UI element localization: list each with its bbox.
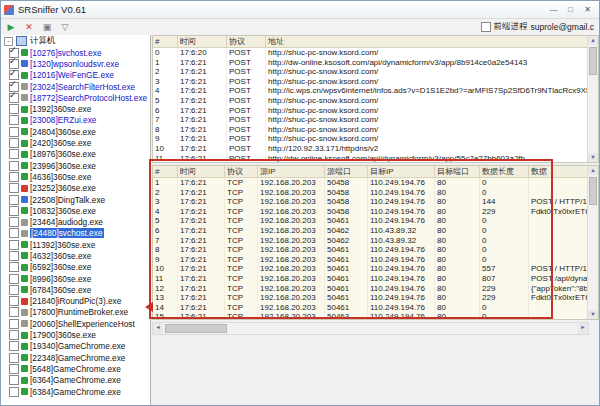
table-row[interactable]: 417:6:21TCP192.168.20.20350458110.249.19… <box>153 207 588 217</box>
close-button[interactable]: ✕ <box>579 3 596 16</box>
column-header[interactable]: 时间 <box>178 166 225 177</box>
process-checkbox[interactable] <box>9 240 19 250</box>
clear-button[interactable]: ✕ <box>21 20 37 34</box>
process-checkbox[interactable] <box>9 70 19 80</box>
tree-item[interactable]: [18976]360se.exe <box>1 149 150 160</box>
tree-item[interactable]: [23024]SearchFilterHost.exe <box>1 81 150 92</box>
tree-item[interactable]: [18772]SearchProtocolHost.exe <box>1 92 150 103</box>
table-row[interactable]: 1017:6:21POSThttp://120.92.33.171/httpdn… <box>153 144 588 154</box>
tree-item[interactable]: [6364]GameChrome.exe <box>1 375 150 386</box>
table-row[interactable]: 217:6:21TCP192.168.20.20350458110.249.19… <box>153 188 588 198</box>
table-row[interactable]: 1017:6:21TCP192.168.20.20350461110.249.1… <box>153 264 588 274</box>
scroll-thumb[interactable] <box>589 177 597 205</box>
table-row[interactable]: 1517:6:21TCP192.168.20.20350463110.249.1… <box>153 312 588 319</box>
table-row[interactable]: 117:6:21POSThttp://dw-online.ksosoft.com… <box>153 58 588 68</box>
save-button[interactable]: ▣ <box>39 20 55 34</box>
packet-table-scrollbar[interactable]: ▲ ▼ <box>587 166 598 319</box>
table-row[interactable]: 1117:6:21TCP192.168.20.20350461110.249.1… <box>153 274 588 284</box>
tree-item[interactable]: [1392]360se.exe <box>1 103 150 114</box>
process-checkbox[interactable] <box>9 104 19 114</box>
expander-icon[interactable]: - <box>4 37 13 46</box>
process-checkbox[interactable] <box>9 127 19 137</box>
scroll-left-icon[interactable]: ◄ <box>153 323 163 334</box>
column-header[interactable]: 源端口 <box>325 166 368 177</box>
process-checkbox[interactable] <box>9 307 19 317</box>
table-row[interactable]: 917:6:21TCP192.168.20.20350461110.249.19… <box>153 255 588 265</box>
process-checkbox[interactable] <box>9 375 19 385</box>
process-checkbox[interactable] <box>9 115 19 125</box>
column-header[interactable]: 地址 <box>266 36 588 47</box>
table-row[interactable]: 017:6:20POSThttp://shuc-pc-snow.ksord.co… <box>153 48 588 58</box>
scroll-thumb[interactable] <box>165 324 227 333</box>
table-row[interactable]: 217:6:21POSThttp://shuc-pc-snow.ksord.co… <box>153 67 588 77</box>
scroll-thumb[interactable] <box>589 47 597 75</box>
table-row[interactable]: 117:6:21TCP192.168.20.20350458110.249.19… <box>153 178 588 188</box>
tree-item[interactable]: [10832]360se.exe <box>1 205 150 216</box>
scroll-down-icon[interactable]: ▼ <box>588 310 598 319</box>
process-checkbox[interactable] <box>9 82 19 92</box>
tree-item[interactable]: [6784]360se.exe <box>1 284 150 295</box>
tree-item[interactable]: [10276]svchost.exe <box>1 47 150 58</box>
column-header[interactable]: 数据 <box>529 166 588 177</box>
column-header[interactable]: 协议 <box>227 36 266 47</box>
tree-item[interactable]: [8996]360se.exe <box>1 273 150 284</box>
tree-item[interactable]: [1320]wpsonloudsvr.exe <box>1 58 150 69</box>
request-table-scrollbar[interactable]: ▲ ▼ <box>587 36 598 162</box>
table-row[interactable]: 1317:6:21TCP192.168.20.20350461110.249.1… <box>153 293 588 303</box>
tree-item[interactable]: [12016]WeiFenGE.exe <box>1 70 150 81</box>
process-checkbox[interactable] <box>9 149 19 159</box>
scroll-track[interactable] <box>588 175 598 310</box>
process-checkbox[interactable] <box>9 228 19 238</box>
table-row[interactable]: 817:6:21TCP192.168.20.20350461110.249.19… <box>153 245 588 255</box>
table-row[interactable]: 717:6:21TCP192.168.20.20350462110.43.89.… <box>153 236 588 246</box>
table-row[interactable]: 517:6:21POSThttp://shuc-pc-snow.ksord.co… <box>153 96 588 106</box>
process-checkbox[interactable] <box>9 296 19 306</box>
column-header[interactable]: 目标端口 <box>435 166 480 177</box>
tree-item[interactable]: [4636]360se.exe <box>1 171 150 182</box>
process-checkbox[interactable] <box>9 319 19 329</box>
process-checkbox[interactable] <box>9 59 19 69</box>
tree-item[interactable]: [20060]ShellExperienceHost <box>1 318 150 329</box>
process-checkbox[interactable] <box>9 274 19 284</box>
tree-item[interactable]: [5648]GameChrome.exe <box>1 363 150 374</box>
tree-item[interactable]: [22508]DingTalk.exe <box>1 194 150 205</box>
tree-item[interactable]: [6592]360se.exe <box>1 262 150 273</box>
process-checkbox[interactable] <box>9 251 19 261</box>
filter-button[interactable]: ▽ <box>57 20 73 34</box>
table-row[interactable]: 817:6:21POSThttp://shuc-pc-snow.ksord.co… <box>153 125 588 135</box>
process-checkbox[interactable] <box>9 364 19 374</box>
frontend-process-checkbox[interactable] <box>481 22 491 32</box>
table-row[interactable]: 1417:6:21TCP192.168.20.20350461110.249.1… <box>153 303 588 313</box>
process-checkbox[interactable] <box>9 353 19 363</box>
column-header[interactable]: 目标IP <box>368 166 435 177</box>
table-row[interactable]: 417:6:21POSThttp://ic.wps.cn/wpsv6intern… <box>153 86 588 96</box>
tree-item[interactable]: [4632]360se.exe <box>1 250 150 261</box>
tree-root[interactable]: - 计算机 <box>1 35 150 47</box>
tree-item[interactable]: [17800]RuntimeBroker.exe <box>1 307 150 318</box>
scroll-up-icon[interactable]: ▲ <box>588 36 598 45</box>
table-row[interactable]: 617:6:21POSThttp://shuc-pc-snow.ksord.co… <box>153 106 588 116</box>
tree-item[interactable]: [23464]audiodg.exe <box>1 216 150 227</box>
column-header[interactable]: 协议 <box>225 166 258 177</box>
tree-item[interactable]: [22348]GameChrome.exe <box>1 352 150 363</box>
tree-item[interactable]: [23008]ERZui.exe <box>1 115 150 126</box>
tree-item[interactable]: [23252]360se.exe <box>1 183 150 194</box>
tree-item[interactable]: [2420]360se.exe <box>1 137 150 148</box>
start-capture-button[interactable]: ▶ <box>3 20 19 34</box>
tree-item[interactable]: [17900]360se.exe <box>1 329 150 340</box>
process-checkbox[interactable] <box>9 330 19 340</box>
tree-item[interactable]: [6384]GameChrome.exe <box>1 386 150 397</box>
column-header[interactable]: 数据长度 <box>480 166 529 177</box>
process-checkbox[interactable] <box>9 341 19 351</box>
column-header[interactable]: # <box>153 166 178 177</box>
minimize-button[interactable]: — <box>545 3 562 16</box>
scroll-right-icon[interactable]: ► <box>578 323 588 334</box>
scroll-track[interactable] <box>588 45 598 153</box>
column-header[interactable]: 源IP <box>258 166 325 177</box>
table-row[interactable]: 317:6:21TCP192.168.20.20350458110.249.19… <box>153 197 588 207</box>
column-header[interactable]: 时间 <box>178 36 227 47</box>
table-row[interactable]: 517:6:21TCP192.168.20.20350461110.249.19… <box>153 216 588 226</box>
tree-item[interactable]: [23996]360se.exe <box>1 160 150 171</box>
table-row[interactable]: 1117:6:21POSThttp://dw-online.ksosoft.co… <box>153 154 588 162</box>
process-checkbox[interactable] <box>9 172 19 182</box>
